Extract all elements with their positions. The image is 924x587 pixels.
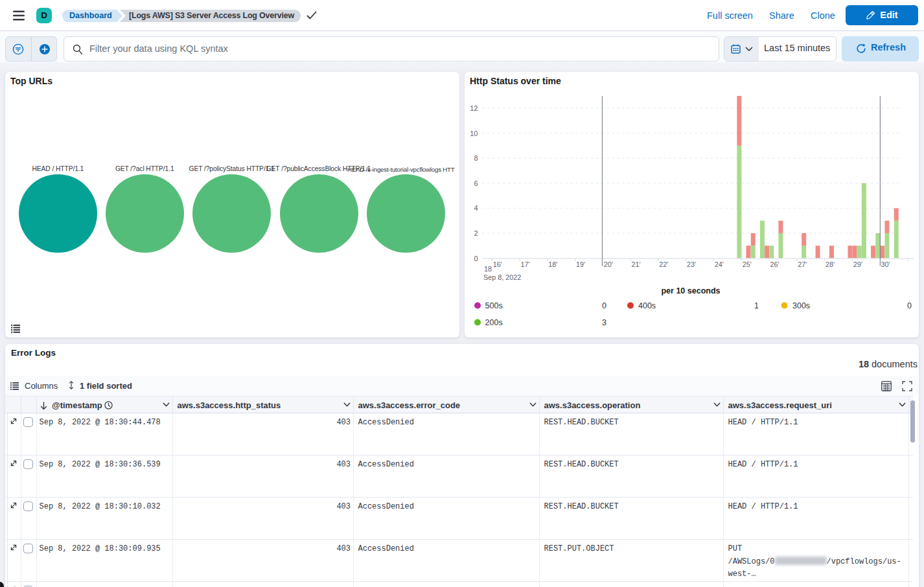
svg-text:3: 3: [602, 318, 606, 327]
svg-text:27': 27': [798, 260, 807, 268]
svg-text:29': 29': [853, 260, 862, 268]
svg-text:Sep 8, 2022: Sep 8, 2022: [483, 273, 521, 281]
svg-text:300s: 300s: [792, 301, 810, 310]
svg-text:400s: 400s: [638, 301, 656, 310]
svg-text:17': 17': [520, 260, 529, 268]
svg-text:20': 20': [604, 260, 613, 268]
svg-text:26': 26': [770, 260, 779, 268]
svg-text:0: 0: [602, 301, 606, 310]
svg-text:10: 10: [470, 130, 478, 137]
svg-text:per 10 seconds: per 10 seconds: [661, 286, 720, 295]
svg-text:21': 21': [632, 260, 641, 268]
svg-text:200s: 200s: [485, 318, 503, 327]
svg-text:12: 12: [470, 104, 478, 112]
svg-text:19': 19': [576, 260, 585, 268]
svg-text:24': 24': [715, 260, 724, 268]
svg-text:6: 6: [474, 179, 478, 187]
svg-text:1: 1: [754, 301, 759, 310]
svg-text:2: 2: [474, 229, 478, 237]
svg-text:25': 25': [743, 260, 752, 268]
svg-text:22': 22': [659, 260, 668, 268]
svg-text:16': 16': [493, 260, 502, 268]
svg-text:4: 4: [474, 204, 478, 212]
svg-text:0: 0: [474, 255, 478, 262]
svg-text:8: 8: [474, 154, 478, 162]
svg-text:30': 30': [881, 260, 890, 268]
svg-text:18': 18': [548, 260, 557, 268]
svg-text:0: 0: [907, 301, 912, 310]
svg-text:23': 23': [687, 260, 696, 268]
svg-text:500s: 500s: [485, 301, 503, 310]
svg-text:28': 28': [826, 260, 835, 268]
svg-text:18: 18: [484, 265, 492, 273]
